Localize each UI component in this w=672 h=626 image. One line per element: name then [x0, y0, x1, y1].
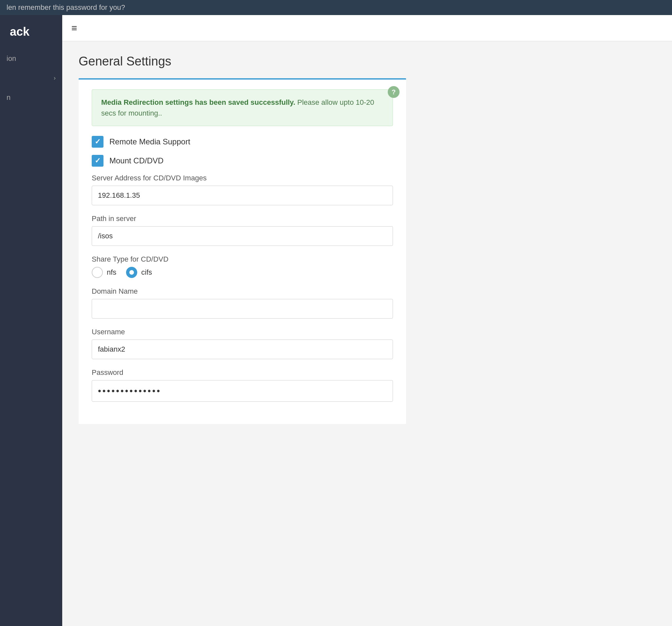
page-content: General Settings ? Media Redirection set… — [62, 41, 672, 626]
mount-cd-dvd-row: ✓ Mount CD/DVD — [92, 155, 393, 167]
path-in-server-label: Path in server — [92, 214, 393, 223]
username-input[interactable] — [92, 339, 393, 359]
radio-cifs-label: cifs — [141, 268, 152, 276]
chevron-right-icon: › — [54, 75, 56, 81]
help-icon[interactable]: ? — [388, 86, 400, 98]
path-in-server-input[interactable] — [92, 226, 393, 246]
username-label: Username — [92, 328, 393, 336]
radio-nfs-circle[interactable] — [92, 267, 103, 278]
server-address-group: Server Address for CD/DVD Images — [92, 174, 393, 205]
topbar: ≡ — [62, 15, 672, 41]
domain-name-label: Domain Name — [92, 287, 393, 296]
remote-media-support-row: ✓ Remote Media Support — [92, 136, 393, 148]
main-content: ≡ General Settings ? Media Redirection s… — [62, 15, 672, 626]
share-type-radio-group: nfs cifs — [92, 267, 393, 278]
password-group: Password — [92, 368, 393, 402]
sidebar-back-label[interactable]: ack — [0, 18, 62, 48]
settings-card: ? Media Redirection settings has been sa… — [79, 78, 406, 424]
remote-media-support-label: Remote Media Support — [110, 137, 190, 146]
sidebar-item-label-n: n — [6, 93, 10, 102]
checkmark-icon-2: ✓ — [95, 156, 100, 165]
radio-item-cifs[interactable]: cifs — [126, 267, 152, 278]
domain-name-group: Domain Name — [92, 287, 393, 318]
hamburger-menu-button[interactable]: ≡ — [71, 23, 77, 34]
success-message-bold: Media Redirection settings has been save… — [101, 98, 295, 106]
sidebar-item-n[interactable]: n — [0, 88, 62, 108]
share-type-label: Share Type for CD/DVD — [92, 255, 393, 264]
browser-bar: len remember this password for you? — [0, 0, 672, 15]
password-label: Password — [92, 368, 393, 377]
radio-cifs-circle[interactable] — [126, 267, 137, 278]
browser-bar-text: len remember this password for you? — [6, 3, 125, 11]
success-message: Media Redirection settings has been save… — [92, 89, 393, 126]
password-input[interactable] — [92, 380, 393, 402]
radio-item-nfs[interactable]: nfs — [92, 267, 116, 278]
mount-cd-dvd-label: Mount CD/DVD — [110, 156, 163, 165]
checkmark-icon: ✓ — [95, 138, 100, 146]
page-title: General Settings — [79, 54, 656, 68]
server-address-input[interactable] — [92, 186, 393, 205]
sidebar: ack ion › n — [0, 15, 62, 626]
remote-media-support-checkbox[interactable]: ✓ — [92, 136, 103, 148]
sidebar-item-chevron[interactable]: › — [0, 69, 62, 88]
path-in-server-group: Path in server — [92, 214, 393, 246]
server-address-label: Server Address for CD/DVD Images — [92, 174, 393, 183]
app-container: ack ion › n ≡ General Settings ? Media R… — [0, 15, 672, 626]
share-type-group: Share Type for CD/DVD nfs cifs — [92, 255, 393, 278]
username-group: Username — [92, 328, 393, 359]
sidebar-item-connection[interactable]: ion — [0, 48, 62, 69]
radio-nfs-label: nfs — [107, 268, 116, 276]
sidebar-item-label-ion: ion — [6, 54, 16, 63]
domain-name-input[interactable] — [92, 299, 393, 318]
mount-cd-dvd-checkbox[interactable]: ✓ — [92, 155, 103, 167]
